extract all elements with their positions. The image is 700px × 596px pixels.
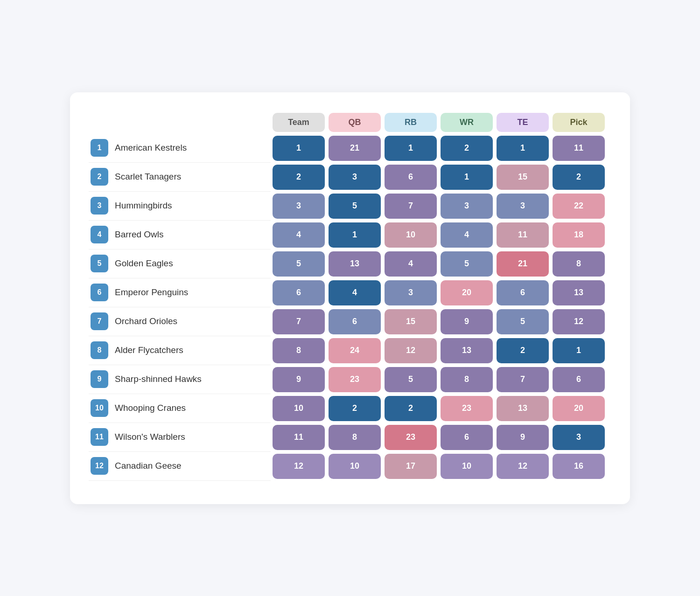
cell-qb-row7: 6 bbox=[329, 309, 381, 334]
cell-wr-row11: 6 bbox=[441, 425, 493, 450]
team-name: Wilson's Warblers bbox=[115, 432, 185, 442]
cell-te-row1: 1 bbox=[497, 136, 549, 161]
cell-te-row3: 3 bbox=[497, 194, 549, 219]
cell-rb-row1: 1 bbox=[385, 136, 437, 161]
cell-pick-row7: 12 bbox=[553, 309, 605, 334]
team-name: Scarlet Tanagers bbox=[115, 172, 181, 182]
team-name: Golden Eagles bbox=[115, 258, 173, 269]
cell-wr-row9: 8 bbox=[441, 367, 493, 392]
cell-team-row5: 5 bbox=[273, 251, 325, 277]
team-name: Whooping Cranes bbox=[115, 403, 186, 413]
cell-team-row3: 3 bbox=[273, 194, 325, 219]
cell-qb-row9: 23 bbox=[329, 367, 381, 392]
cell-pick-row11: 3 bbox=[553, 425, 605, 450]
cell-team-row8: 8 bbox=[273, 338, 325, 363]
cell-wr-row3: 3 bbox=[441, 194, 493, 219]
cell-team-row7: 7 bbox=[273, 309, 325, 334]
cell-pick-row9: 6 bbox=[553, 367, 605, 392]
rank-badge: 7 bbox=[91, 312, 108, 330]
cell-rb-row11: 23 bbox=[385, 425, 437, 450]
cell-qb-row1: 21 bbox=[329, 136, 381, 161]
cell-wr-row4: 4 bbox=[441, 222, 493, 248]
cell-wr-row8: 13 bbox=[441, 338, 493, 363]
cell-wr-row10: 23 bbox=[441, 396, 493, 421]
header-team: Team bbox=[273, 113, 325, 132]
cell-te-row12: 12 bbox=[497, 454, 549, 479]
cell-qb-row5: 13 bbox=[329, 251, 381, 277]
cell-te-row2: 15 bbox=[497, 165, 549, 190]
cell-rb-row12: 17 bbox=[385, 454, 437, 479]
cell-pick-row12: 16 bbox=[553, 454, 605, 479]
cell-te-row10: 13 bbox=[497, 396, 549, 421]
rankings-table: Team QB RB WR TE Pick 1 American Kestrel… bbox=[70, 92, 630, 504]
cell-qb-row4: 1 bbox=[329, 222, 381, 248]
header-empty bbox=[91, 113, 269, 132]
cell-wr-row12: 10 bbox=[441, 454, 493, 479]
cell-team-row2: 2 bbox=[273, 165, 325, 190]
team-name: American Kestrels bbox=[115, 143, 187, 153]
header-rb: RB bbox=[385, 113, 437, 132]
rank-badge: 2 bbox=[91, 168, 108, 186]
cell-team-row10: 10 bbox=[273, 396, 325, 421]
cell-te-row11: 9 bbox=[497, 425, 549, 450]
cell-qb-row11: 8 bbox=[329, 425, 381, 450]
cell-team-row12: 12 bbox=[273, 454, 325, 479]
grid: Team QB RB WR TE Pick 1 American Kestrel… bbox=[89, 111, 611, 481]
cell-rb-row4: 10 bbox=[385, 222, 437, 248]
cell-pick-row4: 18 bbox=[553, 222, 605, 248]
header-te: TE bbox=[497, 113, 549, 132]
team-name: Alder Flycatchers bbox=[115, 345, 183, 355]
cell-te-row8: 2 bbox=[497, 338, 549, 363]
cell-pick-row1: 11 bbox=[553, 136, 605, 161]
rank-badge: 9 bbox=[91, 370, 108, 388]
team-name: Hummingbirds bbox=[115, 201, 172, 211]
team-row-3: 3 Hummingbirds bbox=[89, 192, 271, 221]
header-qb: QB bbox=[329, 113, 381, 132]
cell-pick-row10: 20 bbox=[553, 396, 605, 421]
cell-pick-row6: 13 bbox=[553, 280, 605, 305]
cell-qb-row12: 10 bbox=[329, 454, 381, 479]
team-row-4: 4 Barred Owls bbox=[89, 221, 271, 249]
rank-badge: 8 bbox=[91, 341, 108, 359]
cell-pick-row8: 1 bbox=[553, 338, 605, 363]
team-row-11: 11 Wilson's Warblers bbox=[89, 423, 271, 452]
cell-te-row7: 5 bbox=[497, 309, 549, 334]
team-row-2: 2 Scarlet Tanagers bbox=[89, 163, 271, 192]
cell-wr-row5: 5 bbox=[441, 251, 493, 277]
rank-badge: 12 bbox=[91, 457, 108, 475]
cell-rb-row2: 6 bbox=[385, 165, 437, 190]
cell-qb-row10: 2 bbox=[329, 396, 381, 421]
cell-rb-row8: 12 bbox=[385, 338, 437, 363]
team-row-10: 10 Whooping Cranes bbox=[89, 394, 271, 423]
rank-badge: 5 bbox=[91, 255, 108, 272]
cell-te-row9: 7 bbox=[497, 367, 549, 392]
rank-badge: 1 bbox=[91, 139, 108, 157]
team-row-5: 5 Golden Eagles bbox=[89, 249, 271, 278]
cell-te-row5: 21 bbox=[497, 251, 549, 277]
team-row-9: 9 Sharp-shinned Hawks bbox=[89, 365, 271, 394]
rank-badge: 4 bbox=[91, 226, 108, 243]
cell-wr-row2: 1 bbox=[441, 165, 493, 190]
cell-te-row6: 6 bbox=[497, 280, 549, 305]
cell-team-row1: 1 bbox=[273, 136, 325, 161]
cell-rb-row10: 2 bbox=[385, 396, 437, 421]
cell-qb-row2: 3 bbox=[329, 165, 381, 190]
cell-team-row6: 6 bbox=[273, 280, 325, 305]
cell-qb-row8: 24 bbox=[329, 338, 381, 363]
cell-qb-row6: 4 bbox=[329, 280, 381, 305]
team-row-1: 1 American Kestrels bbox=[89, 134, 271, 163]
team-name: Orchard Orioles bbox=[115, 316, 177, 326]
cell-team-row9: 9 bbox=[273, 367, 325, 392]
cell-rb-row7: 15 bbox=[385, 309, 437, 334]
cell-rb-row6: 3 bbox=[385, 280, 437, 305]
team-name: Emperor Penguins bbox=[115, 287, 188, 298]
cell-team-row4: 4 bbox=[273, 222, 325, 248]
team-row-7: 7 Orchard Orioles bbox=[89, 307, 271, 336]
team-row-12: 12 Canadian Geese bbox=[89, 452, 271, 481]
cell-te-row4: 11 bbox=[497, 222, 549, 248]
team-name: Canadian Geese bbox=[115, 461, 182, 471]
cell-wr-row1: 2 bbox=[441, 136, 493, 161]
cell-rb-row3: 7 bbox=[385, 194, 437, 219]
cell-team-row11: 11 bbox=[273, 425, 325, 450]
cell-wr-row6: 20 bbox=[441, 280, 493, 305]
